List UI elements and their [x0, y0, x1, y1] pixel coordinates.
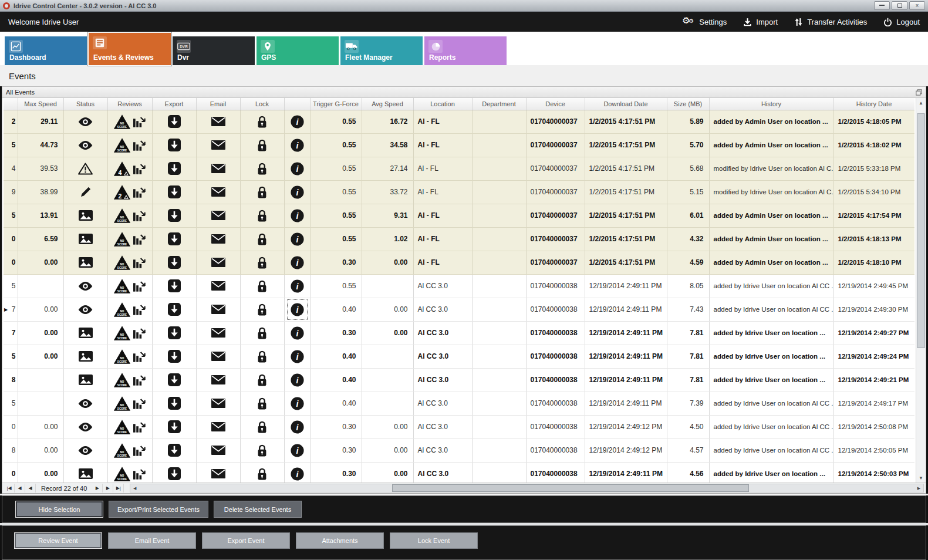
email-icon[interactable] [211, 328, 226, 338]
column-header-history[interactable]: History [709, 98, 833, 110]
table-row[interactable]: 8NOSCOREi0.40Al CC 3.001704000003812/19/… [4, 368, 914, 392]
review-score-icon[interactable]: NOSCORE [113, 443, 131, 458]
column-header-location[interactable]: Location [413, 98, 472, 110]
lock-icon[interactable] [257, 115, 268, 129]
lock-icon[interactable] [257, 162, 268, 176]
table-row[interactable]: 00.00NOSCOREi0.300.00Al - FL017040000037… [4, 251, 914, 274]
column-header-size-mb-[interactable]: Size (MB) [667, 98, 709, 110]
maximize-button[interactable] [892, 1, 907, 10]
next-page-button[interactable]: ▶ [103, 484, 113, 492]
review-chart-icon[interactable] [133, 397, 146, 410]
scroll-right-icon[interactable]: ▶ [914, 484, 923, 492]
email-icon[interactable] [211, 375, 226, 385]
export-icon[interactable] [167, 208, 181, 222]
review-chart-icon[interactable] [133, 233, 146, 245]
transfer-activities-button[interactable]: Transfer Activities [794, 18, 867, 26]
column-header-department[interactable]: Department [472, 98, 526, 110]
column-header-device[interactable]: Device [526, 98, 585, 110]
tab-gps[interactable]: GPS [257, 36, 339, 65]
info-icon[interactable]: i [290, 467, 305, 481]
email-icon[interactable] [211, 281, 226, 291]
email-icon[interactable] [211, 116, 226, 127]
export-icon[interactable] [167, 326, 181, 340]
review-chart-icon[interactable] [133, 444, 146, 457]
horizontal-scrollbar-thumb[interactable] [392, 484, 749, 492]
warning-icon[interactable] [78, 163, 93, 175]
review-chart-icon[interactable] [133, 257, 146, 269]
horizontal-scrollbar[interactable]: ◀ ▶ [130, 484, 924, 492]
table-row[interactable]: 938.992i0.5533.72Al - FL0170400000371/2/… [4, 180, 914, 204]
info-icon[interactable]: i [290, 185, 305, 200]
table-row[interactable]: 5NOSCOREi0.40Al CC 3.001704000003812/19/… [4, 392, 914, 415]
lock-icon[interactable] [257, 397, 268, 410]
review-chart-icon[interactable] [133, 327, 146, 339]
column-header-email[interactable]: Email [196, 98, 240, 110]
logout-button[interactable]: Logout [883, 18, 920, 26]
info-icon[interactable]: i [290, 279, 305, 294]
review-chart-icon[interactable] [133, 163, 146, 175]
table-row[interactable]: 80.00NOSCOREi0.300.00Al CC 3.00170400000… [4, 438, 914, 462]
export-icon[interactable] [167, 185, 181, 199]
image-icon[interactable] [78, 374, 93, 386]
tab-events-reviews[interactable]: Events & Reviews [89, 33, 171, 65]
info-icon[interactable]: i [290, 232, 305, 247]
review-event-button[interactable]: Review Event [14, 532, 102, 549]
export-icon[interactable] [167, 396, 181, 410]
delete-selected-events-button[interactable]: Delete Selected Events [214, 501, 302, 518]
prev-page-button[interactable]: ◀ [15, 484, 25, 492]
lock-event-button[interactable]: Lock Event [390, 532, 478, 549]
first-record-button[interactable]: |◀ [4, 484, 15, 492]
export-icon[interactable] [167, 373, 181, 387]
review-score-icon[interactable]: NOSCORE [113, 137, 131, 153]
column-header-export[interactable]: Export [152, 98, 196, 110]
export-icon[interactable] [167, 161, 181, 176]
review-chart-icon[interactable] [133, 116, 146, 128]
export-icon[interactable] [167, 443, 181, 457]
export-icon[interactable] [167, 138, 181, 152]
lock-icon[interactable] [257, 232, 268, 246]
eye-icon[interactable] [77, 117, 93, 127]
table-row[interactable]: 00.00NOSCOREi0.300.00Al CC 3.00170400000… [4, 415, 914, 438]
image-icon[interactable] [78, 327, 93, 339]
lock-icon[interactable] [257, 350, 268, 363]
tab-dashboard[interactable]: Dashboard [5, 36, 87, 65]
eye-icon[interactable] [77, 140, 93, 150]
table-row[interactable]: ▶70.00NOSCOREi0.400.00Al CC 3.0017040000… [4, 298, 914, 321]
lock-icon[interactable] [257, 444, 268, 457]
export-event-button[interactable]: Export Event [202, 532, 290, 549]
review-chart-icon[interactable] [133, 210, 146, 222]
review-score-icon[interactable]: NOSCORE [113, 419, 131, 435]
minimize-button[interactable] [874, 1, 890, 10]
export-icon[interactable] [167, 279, 181, 293]
email-icon[interactable] [211, 421, 226, 432]
review-score-icon[interactable]: NOSCORE [113, 466, 131, 482]
review-chart-icon[interactable] [133, 186, 146, 198]
tab-dvr[interactable]: DVR Dvr [173, 36, 255, 65]
review-score-icon[interactable]: NOSCORE [113, 325, 131, 341]
column-header-history-date[interactable]: History Date [833, 98, 914, 110]
eye-icon[interactable] [77, 305, 93, 315]
lock-icon[interactable] [257, 326, 268, 340]
review-chart-icon[interactable] [133, 303, 146, 316]
table-row[interactable]: 513.91NOSCOREi0.559.31Al - FL01704000003… [4, 204, 914, 227]
attachments-button[interactable]: Attachments [296, 532, 384, 549]
column-header-max-speed[interactable]: Max Speed [18, 98, 63, 110]
scroll-up-icon[interactable]: ▲ [916, 98, 926, 107]
vertical-scrollbar[interactable]: ▲ ▼ [916, 98, 926, 483]
info-icon[interactable]: i [290, 420, 305, 434]
column-header-lock[interactable]: Lock [240, 98, 284, 110]
info-icon[interactable]: i [290, 161, 305, 176]
lock-icon[interactable] [257, 139, 268, 152]
email-icon[interactable] [211, 445, 226, 456]
email-icon[interactable] [211, 234, 226, 244]
image-icon[interactable] [78, 233, 93, 245]
export-icon[interactable] [167, 255, 181, 269]
lock-icon[interactable] [257, 279, 268, 293]
hide-selection-button[interactable]: Hide Selection [15, 501, 103, 518]
image-icon[interactable] [78, 210, 93, 221]
table-row[interactable]: 439.534i0.5527.14Al - FL0170400000371/2/… [4, 157, 914, 180]
lock-icon[interactable] [257, 373, 268, 387]
export-icon[interactable] [167, 232, 181, 246]
review-chart-icon[interactable] [133, 421, 146, 433]
eye-icon[interactable] [77, 399, 93, 409]
